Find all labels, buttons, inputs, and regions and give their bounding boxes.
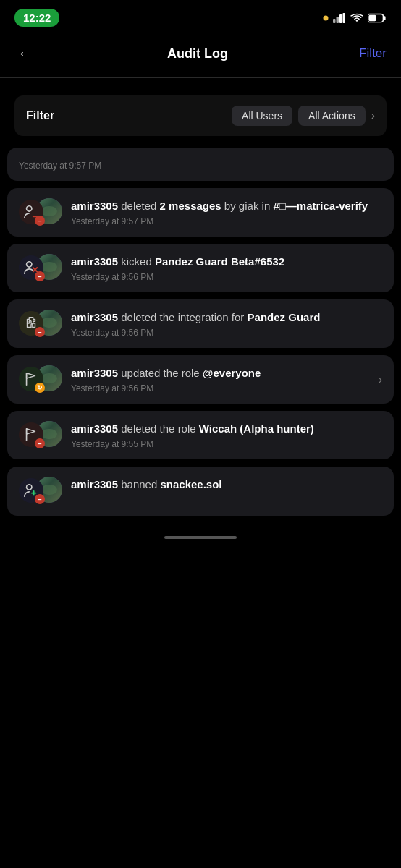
filter-bar: Filter All Users All Actions › bbox=[14, 95, 387, 136]
filter-section: Filter All Users All Actions › bbox=[0, 78, 401, 148]
nav-header: ← Audit Log Filter bbox=[0, 33, 401, 77]
log-text-1: amir3305 deleted 2 messages by giak in #… bbox=[71, 198, 382, 213]
log-icons-4: ↻ bbox=[19, 365, 62, 391]
log-icons-2: − bbox=[19, 254, 62, 280]
filter-button[interactable]: Filter bbox=[359, 46, 387, 61]
wifi-icon bbox=[350, 13, 363, 23]
role-delete-icon: − bbox=[19, 422, 43, 447]
status-icons bbox=[323, 13, 387, 23]
ban-icon: − bbox=[19, 478, 43, 503]
log-content-5: amir3305 deleted the role Wiccah (Alpha … bbox=[71, 421, 382, 449]
log-icons-5: − bbox=[19, 421, 62, 447]
log-content-4: amir3305 updated the role @everyone Yest… bbox=[71, 365, 382, 393]
svg-rect-1 bbox=[333, 19, 336, 23]
log-entry-5[interactable]: − amir3305 deleted the role Wiccah (Alph… bbox=[7, 411, 394, 459]
log-text-5: amir3305 deleted the role Wiccah (Alpha … bbox=[71, 421, 382, 436]
minus-badge-3: − bbox=[35, 327, 45, 337]
log-time-2: Yesterday at 9:56 PM bbox=[71, 272, 382, 282]
log-time-3: Yesterday at 9:56 PM bbox=[71, 328, 382, 338]
log-row-arrow-4: amir3305 updated the role @everyone Yest… bbox=[71, 365, 382, 393]
entry-arrow-icon-4: › bbox=[379, 373, 382, 386]
log-content-2: amir3305 kicked Pandez Guard Beta#6532 Y… bbox=[71, 254, 382, 282]
log-content-3: amir3305 deleted the integration for Pan… bbox=[71, 310, 382, 338]
log-content-1: amir3305 deleted 2 messages by giak in #… bbox=[71, 198, 382, 226]
log-time-4: Yesterday at 9:56 PM bbox=[71, 383, 373, 393]
all-actions-chip[interactable]: All Actions bbox=[298, 106, 366, 126]
log-icons-1: − bbox=[19, 198, 62, 224]
back-button[interactable]: ← bbox=[14, 41, 36, 66]
log-icons-3: − bbox=[19, 310, 62, 336]
log-text-3: amir3305 deleted the integration for Pan… bbox=[71, 310, 382, 325]
filter-arrow-icon[interactable]: › bbox=[371, 109, 375, 122]
filter-chips: All Users All Actions › bbox=[232, 106, 375, 126]
minus-badge-6: − bbox=[35, 494, 45, 504]
svg-point-10 bbox=[27, 262, 32, 267]
svg-rect-3 bbox=[339, 14, 342, 23]
status-time: 12:22 bbox=[14, 9, 59, 27]
log-time-0: Yesterday at 9:57 PM bbox=[19, 161, 382, 171]
page-title: Audit Log bbox=[167, 46, 228, 61]
role-update-icon: ↻ bbox=[19, 367, 43, 391]
log-entry-3[interactable]: − amir3305 deleted the integration for P… bbox=[7, 299, 394, 348]
log-content-6: amir3305 banned snackee.sol bbox=[71, 477, 382, 495]
filter-label: Filter bbox=[26, 109, 54, 122]
home-bar bbox=[164, 536, 237, 539]
log-entry-1[interactable]: − amir3305 deleted 2 messages by giak in… bbox=[7, 188, 394, 237]
log-entry-6[interactable]: − amir3305 banned snackee.sol bbox=[7, 467, 394, 516]
svg-rect-2 bbox=[337, 17, 339, 23]
signal-icon bbox=[333, 13, 346, 23]
delete-msg-icon: − bbox=[19, 200, 43, 224]
log-text-6: amir3305 banned snackee.sol bbox=[71, 477, 382, 492]
log-icons-6: − bbox=[19, 477, 62, 503]
log-entry-0: Yesterday at 9:57 PM bbox=[7, 148, 394, 181]
svg-point-13 bbox=[27, 485, 32, 490]
refresh-badge: ↻ bbox=[35, 383, 45, 393]
minus-badge-2: − bbox=[35, 271, 45, 281]
log-text-2: amir3305 kicked Pandez Guard Beta#6532 bbox=[71, 254, 382, 269]
svg-rect-7 bbox=[368, 14, 376, 20]
minus-badge-5: − bbox=[35, 438, 45, 448]
kick-icon: − bbox=[19, 255, 43, 280]
log-text-4: amir3305 updated the role @everyone bbox=[71, 365, 373, 380]
log-entry-2[interactable]: − amir3305 kicked Pandez Guard Beta#6532… bbox=[7, 244, 394, 292]
log-time-5: Yesterday at 9:55 PM bbox=[71, 439, 382, 449]
log-entry-4[interactable]: ↻ amir3305 updated the role @everyone Ye… bbox=[7, 355, 394, 404]
all-users-chip[interactable]: All Users bbox=[232, 106, 292, 126]
battery-icon bbox=[368, 13, 387, 23]
integration-icon: − bbox=[19, 311, 43, 336]
svg-rect-4 bbox=[343, 13, 346, 23]
log-time-1: Yesterday at 9:57 PM bbox=[71, 216, 382, 226]
svg-rect-6 bbox=[384, 16, 386, 20]
log-list: Yesterday at 9:57 PM − amir3305 deleted … bbox=[0, 148, 401, 516]
minus-badge: − bbox=[35, 216, 45, 226]
svg-point-0 bbox=[324, 15, 329, 20]
svg-point-8 bbox=[27, 206, 32, 211]
home-indicator bbox=[0, 524, 401, 550]
signal-dot-icon bbox=[323, 15, 329, 21]
status-bar: 12:22 bbox=[0, 0, 401, 33]
